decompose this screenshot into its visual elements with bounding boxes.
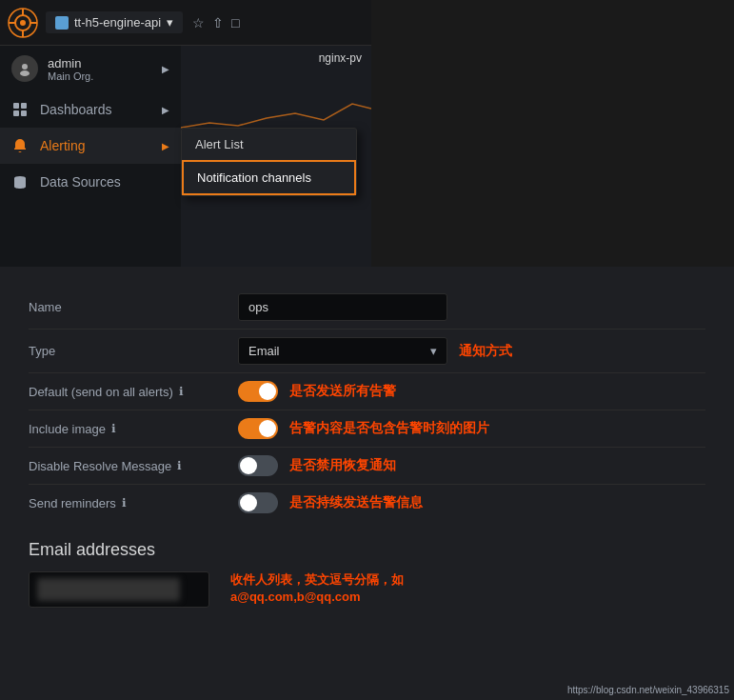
svg-point-7 [22,64,28,70]
user-name: admin [48,56,93,70]
bell-icon [11,137,29,154]
info-icon-default[interactable]: ℹ [179,385,184,398]
star-icon[interactable]: ☆ [192,15,205,30]
tab-label: tt-h5-engine-api [74,15,161,30]
info-icon-reminders[interactable]: ℹ [122,496,127,510]
label-type: Type [29,344,238,358]
value-type: Email ▾ 通知方式 [238,337,705,365]
form-row-reminders: Send reminders ℹ 是否持续发送告警信息 [29,485,705,521]
info-icon-resolve[interactable]: ℹ [177,459,182,472]
toggle-reminders[interactable] [238,492,278,513]
alerting-dropdown: Alert List Notification channels [181,128,357,196]
toggle-knob-resolve [240,457,257,474]
email-input-area[interactable] [29,571,209,608]
label-reminders: Send reminders ℹ [29,496,238,510]
sidebar-user[interactable]: admin Main Org. ▶ [0,46,181,91]
label-resolve: Disable Resolve Message ℹ [29,459,238,473]
sidebar: admin Main Org. ▶ Dashboards ▶ [0,46,181,267]
svg-point-2 [20,20,26,26]
sidebar-item-datasources[interactable]: Data Sources [0,164,181,200]
svg-point-8 [20,70,30,76]
top-section: tt-h5-engine-api ▾ ☆ ⇧ □ admin Main Org.… [0,0,371,267]
email-section: Email addresses 收件人列表，英文逗号分隔，如 a@qq.com,… [29,540,705,608]
datasources-label: Data Sources [40,174,169,190]
select-arrow-icon: ▾ [430,344,437,358]
svg-rect-9 [13,103,19,109]
sidebar-item-dashboards[interactable]: Dashboards ▶ [0,91,181,128]
user-org: Main Org. [48,70,93,82]
svg-rect-10 [21,103,27,109]
alerting-label: Alerting [40,138,150,153]
tab-app[interactable]: tt-h5-engine-api ▾ [46,11,183,33]
annotation-reminders: 是否持续发送告警信息 [289,494,423,511]
save-icon[interactable]: □ [231,15,239,30]
toggle-knob-image [259,420,276,437]
annotation-type: 通知方式 [459,343,512,360]
user-chevron-icon: ▶ [162,64,169,74]
tab-icon [55,16,69,30]
form-table: Name Type Email ▾ 通知方式 Default (send on … [29,286,705,521]
avatar [11,55,38,82]
toggle-knob-reminders [240,494,257,511]
email-blurred [37,578,180,601]
dropdown-item-notification-channels[interactable]: Notification channels [182,160,356,195]
value-image: 告警内容是否包含告警时刻的图片 [238,418,705,439]
form-row-name: Name [29,286,705,330]
database-icon [11,173,29,190]
share-icon[interactable]: ⇧ [212,15,224,30]
bottom-section: Name Type Email ▾ 通知方式 Default (send on … [0,267,734,700]
svg-rect-11 [13,110,19,116]
dropdown-item-alert-list[interactable]: Alert List [182,129,356,160]
value-reminders: 是否持续发送告警信息 [238,492,705,513]
tab-arrow: ▾ [167,15,173,30]
dashboards-label: Dashboards [40,102,150,117]
email-section-title: Email addresses [29,540,705,560]
annotation-resolve: 是否禁用恢复通知 [289,457,396,474]
value-resolve: 是否禁用恢复通知 [238,455,705,476]
type-select-value: Email [248,344,280,358]
toggle-knob-default [259,383,276,400]
alerting-arrow-icon: ▶ [162,141,169,151]
label-name: Name [29,300,238,314]
toggle-image[interactable] [238,418,278,439]
watermark: https://blog.csdn.net/weixin_43966315 [567,685,729,695]
value-name [238,293,705,321]
annotation-default: 是否发送所有告警 [289,383,396,400]
label-default: Default (send on all alerts) ℹ [29,385,238,399]
form-row-image: Include image ℹ 告警内容是否包含告警时刻的图片 [29,410,705,448]
form-row-type: Type Email ▾ 通知方式 [29,330,705,373]
label-image: Include image ℹ [29,422,238,436]
form-row-default: Default (send on all alerts) ℹ 是否发送所有告警 [29,373,705,410]
sidebar-item-alerting[interactable]: Alerting ▶ Alert List Notification chann… [0,128,181,164]
toggle-default[interactable] [238,381,278,402]
top-bar: tt-h5-engine-api ▾ ☆ ⇧ □ [0,0,371,46]
svg-rect-12 [21,110,27,116]
topbar-icons: ☆ ⇧ □ [192,15,239,30]
name-input[interactable] [238,293,447,321]
chart-series-label: nginx-pv [181,46,371,70]
toggle-resolve[interactable] [238,455,278,476]
form-row-resolve: Disable Resolve Message ℹ 是否禁用恢复通知 [29,448,705,485]
value-default: 是否发送所有告警 [238,381,705,402]
dashboards-arrow-icon: ▶ [162,105,169,115]
annotation-image: 告警内容是否包含告警时刻的图片 [289,420,489,437]
grafana-logo-icon[interactable] [8,8,38,38]
info-icon-image[interactable]: ℹ [111,422,116,435]
user-info: admin Main Org. [48,56,93,82]
annotation-email: 收件人列表，英文逗号分隔，如 a@qq.com,b@qq.com [230,571,404,606]
type-select[interactable]: Email ▾ [238,337,447,365]
grid-icon [11,101,29,118]
